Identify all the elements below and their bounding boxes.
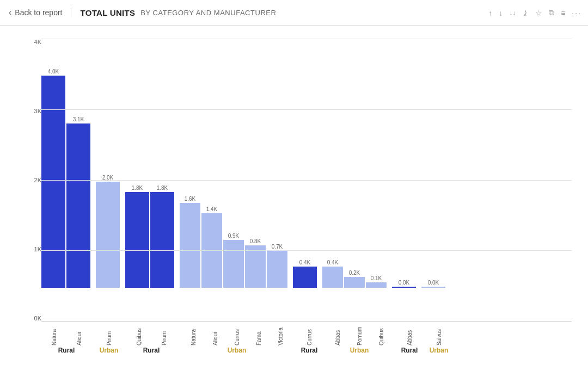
y-label-0k: 0K <box>34 315 41 322</box>
bar-natura-rural[interactable] <box>41 76 65 288</box>
bar-col-abbas-urban: 0.4K <box>322 260 343 288</box>
group-rural-3-bars: 0.4K <box>293 260 317 288</box>
bar-col-abbas-rural: 0.0K <box>392 280 416 288</box>
group-urban-4-bars: 0.0K <box>421 280 445 288</box>
sub-title: BY CATEGORY AND MANUFACTURER <box>140 9 276 17</box>
expand-icon[interactable]: ⤸ <box>522 8 529 17</box>
bar-fama-urban[interactable] <box>245 245 266 288</box>
x-group-urban-3: Abbas Pomum Quibus Urban <box>327 322 392 354</box>
bar-col-pomum-urban: 0.2K <box>344 270 365 288</box>
x-group-rural-2: Quibus Pirum Rural <box>126 322 176 354</box>
bar-value-aliqui-urban: 1.4K <box>206 206 218 212</box>
bar-currus-rural[interactable] <box>293 267 317 288</box>
y-label-4k: 4K <box>34 39 41 45</box>
bar-pirum-urban1[interactable] <box>96 182 120 288</box>
x-group-rural-3: Currus Rural <box>297 322 321 354</box>
y-label-3k: 3K <box>34 108 41 114</box>
x-label-abbas-rural: Abbas <box>407 322 413 345</box>
bar-col-quibus-rural: 1.8K <box>125 185 149 288</box>
bar-value-currus-rural: 0.4K <box>299 260 311 265</box>
bar-col-pirum-rural: 1.8K <box>150 185 174 288</box>
bookmark-icon[interactable]: ☆ <box>535 8 542 17</box>
bar-value-quibus-urban: 0.1K <box>371 275 382 281</box>
x-group-label-urban-2: Urban <box>228 347 247 354</box>
x-labels-row: Natura Aliqui Rural <box>41 322 572 354</box>
main-title: TOTAL UNITS <box>80 8 135 17</box>
x-group-urban-1: Pirum Urban <box>97 322 121 354</box>
bars-container: 4.0K 3.1K <box>41 36 572 322</box>
x-group-label-rural-4: Rural <box>401 347 418 354</box>
x-label-aliqui-rural: Aliqui <box>76 322 82 345</box>
bar-abbas-urban[interactable] <box>322 267 343 288</box>
bar-col-quibus-urban: 0.1K <box>366 275 387 288</box>
bar-value-pirum-rural: 1.8K <box>157 185 168 191</box>
x-label-quibus-rural: Quibus <box>136 322 142 345</box>
x-label-abbas-urban: Abbas <box>335 322 341 345</box>
copy-icon[interactable]: ⧉ <box>549 8 554 17</box>
bar-pirum-rural[interactable] <box>150 192 174 288</box>
x-group-urban-4: Salvus Urban <box>427 322 451 354</box>
bar-value-currus-urban: 0.9K <box>228 233 240 239</box>
bar-victoria-urban[interactable] <box>267 251 287 288</box>
header-title: TOTAL UNITS BY CATEGORY AND MANUFACTURER <box>71 8 276 17</box>
x-label-natura-urban: Natura <box>191 322 197 345</box>
bar-col-aliqui-rural: 3.1K <box>66 116 90 288</box>
bar-col-natura-rural: 4.0K <box>41 69 65 288</box>
x-label-natura-rural: Natura <box>51 322 57 345</box>
x-label-pirum-urban1: Pirum <box>106 322 112 345</box>
bar-col-victoria-urban: 0.7K <box>267 244 287 288</box>
bar-col-currus-urban: 0.9K <box>223 233 244 288</box>
chart-area: 4K 3K 2K 1K 0K <box>0 26 588 361</box>
more-icon[interactable]: ··· <box>572 8 581 17</box>
group-urban-2-bars: 1.6K 1.4K 0.9K <box>180 196 287 288</box>
x-label-currus-rural: Currus <box>307 322 313 345</box>
bar-value-abbas-rural: 0.0K <box>399 280 410 286</box>
group-urban-3-bars: 0.4K 0.2K 0.1K <box>322 260 387 288</box>
group-urban-3: 0.4K 0.2K 0.1K <box>322 260 387 288</box>
bar-quibus-urban[interactable] <box>366 282 387 288</box>
x-label-fama-urban: Fama <box>256 322 262 345</box>
group-urban-1-bars: 2.0K <box>96 175 120 288</box>
x-label-currus-urban: Currus <box>234 322 240 345</box>
sort-asc-icon[interactable]: ↑ <box>488 8 492 17</box>
back-to-report-button[interactable]: ‹ Back to report <box>9 8 71 17</box>
x-group-rural-4: Abbas Rural <box>397 322 421 354</box>
x-axis-labels: Natura Aliqui Rural <box>41 322 572 355</box>
bar-quibus-rural[interactable] <box>125 192 149 288</box>
x-label-victoria-urban: Victoria <box>278 322 284 345</box>
group-rural-2-bars: 1.8K 1.8K <box>125 185 174 288</box>
bar-salvus-urban[interactable] <box>421 287 445 288</box>
bar-currus-urban[interactable] <box>223 240 244 288</box>
filter-icon[interactable]: ≡ <box>561 8 565 17</box>
bar-aliqui-urban[interactable] <box>201 213 222 288</box>
y-axis: 4K 3K 2K 1K 0K <box>22 36 41 355</box>
x-label-quibus-urban: Quibus <box>378 322 384 345</box>
sort-desc-icon[interactable]: ↓ <box>499 8 503 17</box>
x-group-label-rural-2: Rural <box>143 347 160 354</box>
bar-abbas-rural[interactable] <box>392 287 416 288</box>
x-group-label-urban-4: Urban <box>430 347 449 354</box>
x-label-pomum-urban: Pomum <box>357 322 363 345</box>
bar-value-victoria-urban: 0.7K <box>272 244 283 250</box>
bar-col-fama-urban: 0.8K <box>245 238 266 288</box>
y-label-1k: 1K <box>34 246 41 252</box>
bar-col-natura-urban: 1.6K <box>180 196 200 288</box>
bar-value-natura-rural: 4.0K <box>48 69 59 75</box>
bar-natura-urban[interactable] <box>180 203 200 288</box>
group-urban-2: 1.6K 1.4K 0.9K <box>180 196 287 288</box>
sort-both-icon[interactable]: ↓↓ <box>509 9 516 16</box>
x-label-pirum-rural: Pirum <box>161 322 167 345</box>
app-container: ‹ Back to report TOTAL UNITS BY CATEGORY… <box>0 0 588 361</box>
bar-aliqui-rural[interactable] <box>66 123 90 288</box>
back-label: Back to report <box>15 8 62 17</box>
toolbar-icons: ↑ ↓ ↓↓ ⤸ ☆ ⧉ ≡ ··· <box>488 8 581 17</box>
bar-value-quibus-rural: 1.8K <box>132 185 143 191</box>
bar-value-salvus-urban: 0.0K <box>428 280 439 286</box>
group-rural-3: 0.4K <box>293 260 317 288</box>
group-rural-4-bars: 0.0K <box>392 280 416 288</box>
bar-pomum-urban[interactable] <box>344 277 365 288</box>
group-urban-4: 0.0K <box>421 280 445 288</box>
x-group-label-rural-1: Rural <box>58 347 75 354</box>
x-group-urban-2: Natura Aliqui Currus Fama Victoria Urban <box>182 322 292 354</box>
bar-col-pirum-urban1: 2.0K <box>96 175 120 288</box>
